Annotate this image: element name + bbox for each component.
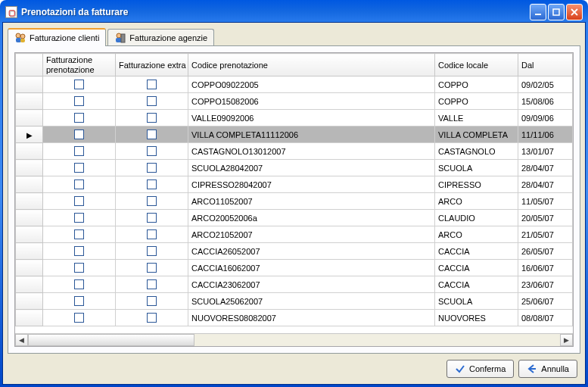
checkbox[interactable] bbox=[147, 296, 157, 306]
row-header[interactable] bbox=[16, 310, 43, 326]
row-header[interactable] bbox=[16, 226, 43, 243]
cell-fatt-extra[interactable] bbox=[116, 76, 188, 93]
checkbox[interactable] bbox=[147, 113, 157, 123]
cell-codice-loc[interactable]: COPPO bbox=[435, 76, 518, 93]
row-header[interactable] bbox=[16, 176, 43, 193]
row-header[interactable] bbox=[16, 76, 43, 93]
checkbox[interactable] bbox=[147, 179, 157, 189]
checkbox[interactable] bbox=[147, 246, 157, 256]
column-header-codice-loc[interactable]: Codice locale bbox=[435, 54, 518, 76]
cell-codice-loc[interactable]: SCUOLA bbox=[435, 293, 518, 310]
checkbox[interactable] bbox=[74, 163, 84, 173]
table-row[interactable]: ARCO20052006aCLAUDIO20/05/07 bbox=[16, 210, 573, 226]
cell-dal[interactable]: 21/05/07 bbox=[518, 226, 573, 243]
cell-fatt-extra[interactable] bbox=[116, 243, 188, 260]
table-row[interactable]: ▶VILLA COMPLETA11112006VILLA COMPLETA11/… bbox=[16, 126, 573, 143]
row-header[interactable] bbox=[16, 260, 43, 276]
cell-codice-loc[interactable]: CACCIA bbox=[435, 243, 518, 260]
cell-fatt-extra[interactable] bbox=[116, 110, 188, 126]
cell-codice-loc[interactable]: ARCO bbox=[435, 226, 518, 243]
checkbox[interactable] bbox=[74, 196, 84, 206]
cell-codice-pren[interactable]: CACCIA23062007 bbox=[188, 276, 435, 293]
cell-fatt-pren[interactable] bbox=[43, 93, 116, 110]
cell-codice-pren[interactable]: SCUOLA28042007 bbox=[188, 160, 435, 176]
checkbox[interactable] bbox=[74, 296, 84, 306]
cell-fatt-pren[interactable] bbox=[43, 110, 116, 126]
table-row[interactable]: COPPO15082006COPPO15/08/06 bbox=[16, 93, 573, 110]
row-header-corner[interactable] bbox=[16, 54, 43, 76]
checkbox[interactable] bbox=[147, 96, 157, 106]
cell-fatt-extra[interactable] bbox=[116, 193, 188, 210]
checkbox[interactable] bbox=[74, 146, 84, 156]
checkbox[interactable] bbox=[74, 246, 84, 256]
cell-codice-loc[interactable]: SCUOLA bbox=[435, 160, 518, 176]
cell-codice-pren[interactable]: VILLA COMPLETA11112006 bbox=[188, 126, 435, 143]
cell-codice-pren[interactable]: CASTAGNOLO13012007 bbox=[188, 143, 435, 160]
table-row[interactable]: CACCIA23062007CACCIA23/06/07 bbox=[16, 276, 573, 293]
cell-dal[interactable]: 09/09/06 bbox=[518, 110, 573, 126]
column-header-codice-pren[interactable]: Codice prenotazione bbox=[188, 54, 435, 76]
cell-dal[interactable]: 25/06/07 bbox=[518, 293, 573, 310]
cell-fatt-pren[interactable] bbox=[43, 260, 116, 276]
cell-fatt-extra[interactable] bbox=[116, 176, 188, 193]
cell-fatt-pren[interactable] bbox=[43, 126, 116, 143]
maximize-button[interactable] bbox=[548, 4, 565, 20]
cell-fatt-pren[interactable] bbox=[43, 310, 116, 326]
cell-dal[interactable]: 13/01/07 bbox=[518, 143, 573, 160]
cell-dal[interactable]: 15/08/06 bbox=[518, 93, 573, 110]
cell-codice-loc[interactable]: VILLA COMPLETA bbox=[435, 126, 518, 143]
cell-fatt-extra[interactable] bbox=[116, 160, 188, 176]
cell-fatt-pren[interactable] bbox=[43, 193, 116, 210]
row-header[interactable] bbox=[16, 93, 43, 110]
cell-codice-pren[interactable]: ARCO21052007 bbox=[188, 226, 435, 243]
cell-dal[interactable]: 16/06/07 bbox=[518, 260, 573, 276]
cell-codice-pren[interactable]: COPPO09022005 bbox=[188, 76, 435, 93]
cell-fatt-pren[interactable] bbox=[43, 210, 116, 226]
row-header[interactable] bbox=[16, 293, 43, 310]
checkbox[interactable] bbox=[74, 130, 84, 139]
scroll-left-button[interactable]: ◀ bbox=[15, 334, 28, 346]
horizontal-scrollbar[interactable]: ◀ ▶ bbox=[15, 333, 573, 346]
cell-codice-loc[interactable]: CACCIA bbox=[435, 276, 518, 293]
row-header[interactable] bbox=[16, 143, 43, 160]
cell-fatt-extra[interactable] bbox=[116, 93, 188, 110]
column-header-fatt-extra[interactable]: Fatturazione extra bbox=[116, 54, 188, 76]
cell-fatt-extra[interactable] bbox=[116, 293, 188, 310]
checkbox[interactable] bbox=[74, 113, 84, 123]
checkbox[interactable] bbox=[74, 96, 84, 106]
checkbox[interactable] bbox=[74, 179, 84, 189]
cell-fatt-extra[interactable] bbox=[116, 276, 188, 293]
cell-dal[interactable]: 26/05/07 bbox=[518, 243, 573, 260]
cell-codice-loc[interactable]: CASTAGNOLO bbox=[435, 143, 518, 160]
cell-codice-loc[interactable]: VALLE bbox=[435, 110, 518, 126]
row-header[interactable] bbox=[16, 276, 43, 293]
cell-codice-pren[interactable]: NUOVORES08082007 bbox=[188, 310, 435, 326]
cell-dal[interactable]: 28/04/07 bbox=[518, 176, 573, 193]
cell-codice-loc[interactable]: NUOVORES bbox=[435, 310, 518, 326]
table-row[interactable]: COPPO09022005COPPO09/02/05 bbox=[16, 76, 573, 93]
minimize-button[interactable] bbox=[530, 4, 546, 20]
cell-codice-loc[interactable]: CLAUDIO bbox=[435, 210, 518, 226]
cell-codice-pren[interactable]: CACCIA26052007 bbox=[188, 243, 435, 260]
cell-codice-pren[interactable]: SCUOLA25062007 bbox=[188, 293, 435, 310]
cell-codice-pren[interactable]: COPPO15082006 bbox=[188, 93, 435, 110]
cell-codice-pren[interactable]: VALLE09092006 bbox=[188, 110, 435, 126]
cell-fatt-extra[interactable] bbox=[116, 210, 188, 226]
table-row[interactable]: ARCO21052007ARCO21/05/07 bbox=[16, 226, 573, 243]
table-row[interactable]: CIPRESSO28042007CIPRESSO28/04/07 bbox=[16, 176, 573, 193]
checkbox[interactable] bbox=[74, 313, 84, 323]
cell-dal[interactable]: 08/08/07 bbox=[518, 310, 573, 326]
tab-fatturazione-agenzie[interactable]: Fatturazione agenzie bbox=[107, 29, 214, 46]
row-header[interactable] bbox=[16, 110, 43, 126]
cell-codice-loc[interactable]: ARCO bbox=[435, 193, 518, 210]
checkbox[interactable] bbox=[147, 196, 157, 206]
close-button[interactable] bbox=[566, 4, 583, 20]
scroll-right-button[interactable]: ▶ bbox=[560, 334, 573, 346]
checkbox[interactable] bbox=[147, 313, 157, 323]
cell-fatt-extra[interactable] bbox=[116, 310, 188, 326]
data-grid[interactable]: Fatturazione prenotazione Fatturazione e… bbox=[14, 52, 574, 347]
checkbox[interactable] bbox=[74, 279, 84, 289]
table-row[interactable]: CASTAGNOLO13012007CASTAGNOLO13/01/07 bbox=[16, 143, 573, 160]
cell-dal[interactable]: 09/02/05 bbox=[518, 76, 573, 93]
cell-dal[interactable]: 20/05/07 bbox=[518, 210, 573, 226]
